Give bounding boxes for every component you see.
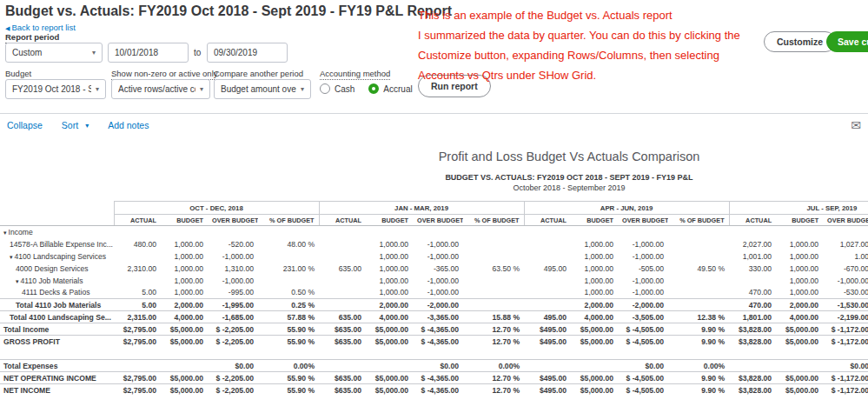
amount-cell[interactable]: 1,310.00 [208, 263, 258, 275]
amount-cell[interactable]: 1,000.00 [571, 287, 618, 299]
amount-cell[interactable]: 1,000.00 [776, 263, 823, 275]
amount-cell[interactable]: 1,000.00 [161, 287, 208, 299]
budget-select[interactable]: FY2019 Oct 2018 - Sept 20 ▾ [5, 79, 106, 99]
amount-cell[interactable]: 1,000.00 [161, 275, 208, 287]
amount-cell[interactable]: -1,000.00 [413, 287, 463, 299]
amount-cell[interactable]: 495.00 [524, 311, 571, 323]
amount-cell[interactable]: -1,000.00 [823, 275, 868, 287]
amount-cell[interactable]: 55.90 % [258, 384, 319, 396]
amount-cell[interactable]: $5,000.00 [776, 336, 823, 348]
amount-cell[interactable]: -1,995.00 [208, 299, 258, 311]
amount-cell[interactable]: -520.00 [208, 238, 258, 250]
amount-cell[interactable]: 1,001.00 [729, 250, 776, 263]
amount-cell[interactable]: -1,685.00 [208, 311, 258, 323]
amount-cell[interactable]: -3,505.00 [618, 311, 668, 323]
amount-cell[interactable]: 49.50 % [668, 263, 729, 275]
amount-cell[interactable]: 0.00% [463, 360, 524, 372]
cash-radio[interactable] [320, 83, 330, 94]
amount-cell[interactable]: $ -1,172.00 [823, 372, 868, 384]
amount-cell[interactable]: -1,000.00 [618, 275, 668, 287]
amount-cell[interactable]: $ -4,505.00 [618, 384, 668, 396]
amount-cell[interactable]: 4,000.00 [161, 311, 208, 323]
amount-cell[interactable]: 330.00 [729, 263, 776, 275]
amount-cell[interactable]: -505.00 [618, 263, 668, 275]
amount-cell[interactable]: $495.00 [524, 323, 571, 336]
amount-cell[interactable]: $ -4,365.00 [413, 384, 463, 396]
amount-cell[interactable]: $5,000.00 [776, 372, 823, 384]
amount-cell[interactable]: -1,000.00 [413, 275, 463, 287]
amount-cell[interactable]: -1,000.00 [618, 287, 668, 299]
amount-cell[interactable]: $ -4,505.00 [618, 336, 668, 348]
amount-cell[interactable]: 9.90 % [668, 384, 729, 396]
amount-cell[interactable]: 1,000.00 [366, 238, 413, 250]
amount-cell[interactable]: -530.00 [823, 287, 868, 299]
amount-cell[interactable]: $5,000.00 [161, 372, 208, 384]
accrual-radio[interactable] [368, 83, 379, 94]
amount-cell[interactable]: 55.90 % [258, 323, 319, 336]
amount-cell[interactable]: 1,000.00 [366, 287, 413, 299]
amount-cell[interactable]: $2,795.00 [114, 336, 161, 348]
report-period-select[interactable]: Custom ▾ [5, 43, 103, 63]
amount-cell[interactable]: $5,000.00 [571, 323, 618, 336]
amount-cell[interactable]: -365.00 [413, 263, 463, 275]
amount-cell[interactable]: 1,000.00 [366, 275, 413, 287]
amount-cell[interactable]: $495.00 [524, 336, 571, 348]
amount-cell[interactable]: 0.50 % [258, 287, 319, 299]
amount-cell[interactable]: $ -2,205.00 [208, 323, 258, 336]
amount-cell[interactable]: 231.00 % [258, 263, 319, 275]
amount-cell[interactable]: -1,000.00 [208, 250, 258, 263]
amount-cell[interactable]: $5,000.00 [161, 384, 208, 396]
amount-cell[interactable]: 1,000.00 [776, 238, 823, 250]
amount-cell[interactable]: 48.00 % [258, 238, 319, 250]
amount-cell[interactable]: 1,000.00 [571, 250, 618, 263]
amount-cell[interactable]: 1,000.00 [366, 250, 413, 263]
amount-cell[interactable]: 1,000.00 [776, 275, 823, 287]
amount-cell[interactable]: 0.25 % [258, 299, 319, 311]
amount-cell[interactable]: 12.38 % [668, 311, 729, 323]
amount-cell[interactable]: $5,000.00 [571, 384, 618, 396]
amount-cell[interactable]: 12.70 % [463, 336, 524, 348]
collapse-row-icon[interactable]: ▾ [10, 254, 13, 260]
amount-cell[interactable]: 2,000.00 [161, 299, 208, 311]
date-from-input[interactable] [115, 48, 182, 57]
compare-period-select[interactable]: Budget amount over ▾ [214, 79, 311, 99]
amount-cell[interactable]: $ -1,172.00 [823, 323, 868, 336]
show-nonzero-select[interactable]: Active rows/active columns ▾ [111, 79, 210, 99]
amount-cell[interactable]: $3,828.00 [729, 323, 776, 336]
amount-cell[interactable]: 1,000.00 [776, 287, 823, 299]
amount-cell[interactable]: 1,000.00 [161, 263, 208, 275]
amount-cell[interactable]: 4,000.00 [571, 311, 618, 323]
amount-cell[interactable]: -995.00 [208, 287, 258, 299]
email-icon[interactable]: ✉ [851, 118, 861, 132]
amount-cell[interactable]: $635.00 [319, 336, 366, 348]
amount-cell[interactable]: $ -1,172.00 [823, 384, 868, 396]
amount-cell[interactable]: -1,000.00 [618, 238, 668, 250]
amount-cell[interactable]: $5,000.00 [161, 336, 208, 348]
amount-cell[interactable]: $2,795.00 [114, 384, 161, 396]
amount-cell[interactable]: $0.00 [413, 360, 463, 372]
back-to-report-list-link[interactable]: ◀Back to report list [5, 23, 76, 32]
amount-cell[interactable]: 0.00% [258, 360, 319, 372]
amount-cell[interactable]: 495.00 [524, 263, 571, 275]
amount-cell[interactable]: 9.90 % [668, 323, 729, 336]
amount-cell[interactable]: 1,000.00 [161, 238, 208, 250]
amount-cell[interactable]: $0.00 [618, 360, 668, 372]
amount-cell[interactable]: 470.00 [729, 299, 776, 311]
amount-cell[interactable]: $5,000.00 [366, 384, 413, 396]
amount-cell[interactable]: -1,530.00 [823, 299, 868, 311]
collapse-row-icon[interactable]: ▾ [3, 230, 7, 236]
amount-cell[interactable]: -2,000.00 [618, 299, 668, 311]
add-notes-link[interactable]: Add notes [108, 120, 149, 130]
amount-cell[interactable]: 2,310.00 [114, 263, 161, 275]
amount-cell[interactable]: $ -4,365.00 [413, 336, 463, 348]
amount-cell[interactable]: $2,795.00 [114, 372, 161, 384]
amount-cell[interactable]: -670.00 [823, 263, 868, 275]
amount-cell[interactable]: 2,000.00 [571, 299, 618, 311]
amount-cell[interactable]: 55.90 % [258, 336, 319, 348]
amount-cell[interactable]: -1,000.00 [618, 250, 668, 263]
amount-cell[interactable]: $3,828.00 [729, 372, 776, 384]
amount-cell[interactable]: 1,000.00 [571, 238, 618, 250]
amount-cell[interactable]: 635.00 [319, 263, 366, 275]
amount-cell[interactable]: 1,000.00 [161, 250, 208, 263]
amount-cell[interactable]: 5.00 [114, 287, 161, 299]
